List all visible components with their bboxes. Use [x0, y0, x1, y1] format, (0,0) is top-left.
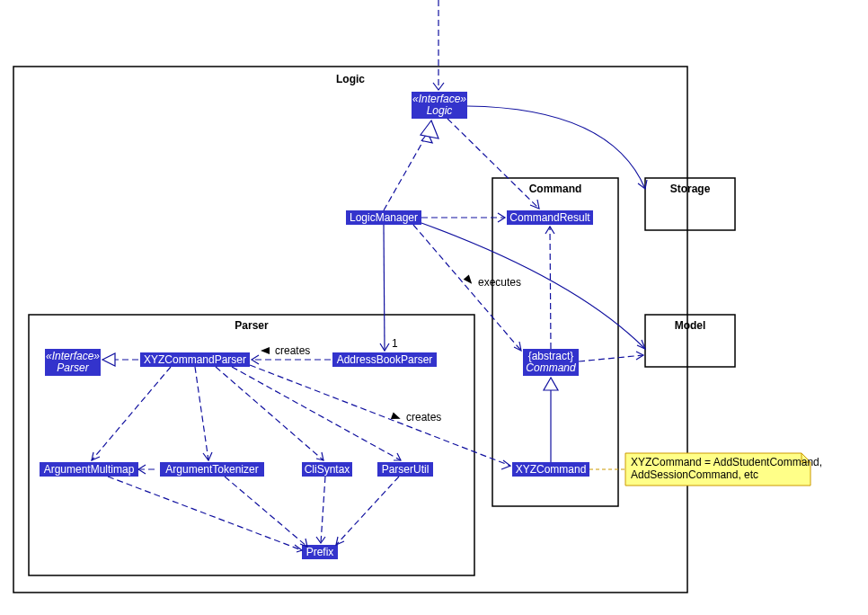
command-package-label: Command	[529, 183, 582, 195]
edge-cmd-model	[579, 355, 643, 361]
svg-text:XYZCommand: XYZCommand	[516, 463, 587, 476]
logic-package-label: Logic	[336, 73, 365, 85]
addressbook-parser-class: AddressBookParser	[332, 352, 437, 367]
dir-executes	[464, 275, 475, 287]
xyz-command-class: XYZCommand	[512, 462, 589, 477]
edge-logic-storage	[467, 106, 645, 189]
svg-text:XYZCommandParser: XYZCommandParser	[144, 353, 246, 366]
arrow-xyzp-xyzc	[501, 460, 510, 469]
edge-am-prefix	[108, 477, 302, 550]
edge-xyzp-xyzc	[250, 365, 510, 466]
logic-interface-class: «Interface» Logic	[412, 92, 467, 119]
edge-xyzp-cs	[216, 367, 323, 460]
svg-text:Command: Command	[526, 361, 576, 374]
svg-text:ArgumentTokenizer: ArgumentTokenizer	[165, 463, 258, 476]
edge-pu-prefix	[336, 477, 399, 545]
command-abstract-class: {abstract} Command	[523, 349, 579, 376]
argument-tokenizer-class: ArgumentTokenizer	[160, 462, 264, 477]
parser-interface-class: «Interface» Parser	[45, 349, 101, 376]
logic-manager-class: LogicManager	[346, 210, 421, 225]
label-creates1: creates	[275, 344, 310, 357]
svg-text:Prefix: Prefix	[306, 546, 334, 558]
label-executes: executes	[478, 276, 521, 289]
uml-diagram: Logic «Interface» Logic Storage Model Co…	[0, 0, 868, 615]
dir-creates1	[261, 347, 270, 354]
svg-text:{abstract}: {abstract}	[528, 350, 574, 362]
tri-xyzp-pi	[102, 353, 115, 366]
arrow-xyzp-pu	[394, 453, 401, 460]
xyz-command-note: XYZCommand = AddStudentCommand, AddSessi…	[625, 453, 822, 486]
tri-xyz-cmd	[544, 378, 558, 390]
svg-text:AddressBookParser: AddressBookParser	[337, 353, 433, 366]
cli-syntax-class: CliSyntax	[302, 462, 352, 477]
edge-lm-abp	[384, 225, 385, 351]
svg-text:«Interface»: «Interface»	[412, 93, 466, 105]
svg-text:Logic: Logic	[427, 104, 453, 117]
edge-lm-model	[421, 223, 645, 349]
svg-text:CommandResult: CommandResult	[509, 211, 590, 224]
edge-cmd-cr	[550, 227, 551, 349]
edge-cs-prefix	[321, 477, 325, 543]
edge-xyzp-at	[195, 367, 208, 460]
parser-util-class: ParserUtil	[377, 462, 433, 477]
svg-text:ParserUtil: ParserUtil	[382, 463, 430, 476]
edge-xyzp-am	[92, 367, 171, 460]
model-package-label: Model	[675, 319, 706, 332]
edge-lm-logic	[384, 133, 428, 210]
tri-lm-logic	[421, 120, 438, 138]
label-creates2: creates	[406, 411, 441, 423]
command-package-frame	[492, 178, 618, 506]
argument-multimap-class: ArgumentMultimap	[40, 462, 138, 477]
svg-text:AddSessionCommand, etc: AddSessionCommand, etc	[631, 468, 758, 481]
parser-package-label: Parser	[235, 319, 269, 332]
svg-text:LogicManager: LogicManager	[350, 211, 418, 224]
svg-text:ArgumentMultimap: ArgumentMultimap	[44, 463, 135, 476]
xyz-command-parser-class: XYZCommandParser	[140, 352, 250, 367]
svg-text:CliSyntax: CliSyntax	[305, 463, 350, 476]
mult-one: 1	[392, 337, 398, 350]
logic-package-frame	[13, 67, 687, 593]
svg-text:XYZCommand = AddStudentCommand: XYZCommand = AddStudentCommand,	[631, 456, 822, 468]
svg-text:Parser: Parser	[57, 361, 89, 374]
edge-logic-cr	[447, 119, 539, 209]
svg-text:«Interface»: «Interface»	[46, 350, 100, 362]
storage-package-label: Storage	[670, 183, 711, 195]
command-result-class: CommandResult	[507, 210, 593, 225]
